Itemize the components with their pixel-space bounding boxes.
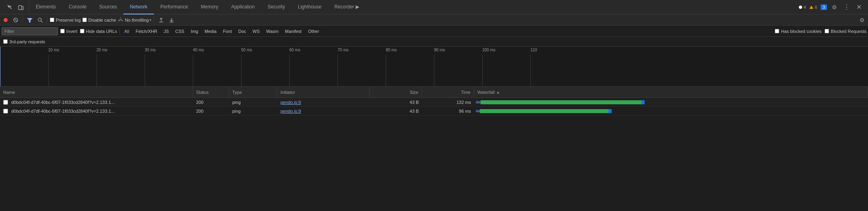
filter-type-img[interactable]: Img xyxy=(189,28,200,34)
timeline-line-9 xyxy=(434,55,434,86)
filter-type-manifest[interactable]: Manifest xyxy=(283,28,304,34)
tab-memory[interactable]: Memory xyxy=(194,0,225,14)
separator-2 xyxy=(47,17,47,23)
warning-badge: 6 xyxy=(809,5,817,10)
download-har-button[interactable] xyxy=(167,16,176,24)
tab-lighthouse[interactable]: Lighthouse xyxy=(291,0,328,14)
record-button[interactable] xyxy=(2,17,10,23)
network-settings-icon xyxy=(860,17,865,23)
settings-icon xyxy=(832,4,837,11)
filter-type-fetch-xhr[interactable]: Fetch/XHR xyxy=(133,28,159,34)
network-timeline: 10 ms 20 ms 30 ms 40 ms 50 ms 60 ms 70 m… xyxy=(0,47,868,87)
search-button[interactable] xyxy=(36,16,45,24)
filter-type-all[interactable]: All xyxy=(122,28,131,34)
timeline-area: 10 ms 20 ms 30 ms 40 ms 50 ms 60 ms 70 m… xyxy=(0,47,868,86)
timeline-line-1 xyxy=(48,55,49,86)
table-header: Name Status Type Initiator Size Time Wat… xyxy=(0,87,868,98)
svg-rect-0 xyxy=(18,6,22,10)
th-status[interactable]: Status xyxy=(193,87,229,97)
waterfall-waiting-1 xyxy=(476,101,481,103)
th-name[interactable]: Name xyxy=(0,87,193,97)
blocked-requests-checkbox[interactable]: Blocked Requests xyxy=(825,29,866,34)
upload-har-button[interactable] xyxy=(157,16,166,24)
tab-application[interactable]: Application xyxy=(225,0,261,14)
waterfall-bar-1 xyxy=(476,100,866,104)
preserve-log-checkbox[interactable]: Preserve log xyxy=(50,18,81,22)
invert-checkbox[interactable]: Invert xyxy=(60,29,78,34)
throttle-dropdown[interactable]: No throttling xyxy=(118,17,151,23)
td-time-1: 132 ms xyxy=(422,98,474,106)
row-2-checkbox[interactable] xyxy=(3,109,8,114)
filter-toggle-button[interactable] xyxy=(25,16,34,24)
inspect-element-button[interactable] xyxy=(5,2,14,12)
tick-50ms: 50 ms xyxy=(241,48,252,52)
th-size[interactable]: Size xyxy=(370,87,422,97)
tick-20ms: 20 ms xyxy=(96,48,107,52)
error-dot-icon xyxy=(799,6,802,9)
error-badge: 4 xyxy=(799,5,806,10)
svg-point-2 xyxy=(4,18,8,22)
clear-button[interactable] xyxy=(11,16,20,24)
hide-data-urls-checkbox[interactable]: Hide data URLs xyxy=(80,29,117,34)
main-tabs: Elements Console Sources Network Perform… xyxy=(29,0,796,14)
tick-40ms: 40 ms xyxy=(193,48,204,52)
tab-recorder[interactable]: Recorder ▶ xyxy=(328,0,366,14)
filter-type-css[interactable]: CSS xyxy=(173,28,186,34)
has-blocked-cookies-checkbox[interactable]: Has blocked cookies xyxy=(775,29,821,34)
filter-type-font[interactable]: Font xyxy=(221,28,234,34)
devtools-controls xyxy=(2,0,29,14)
th-initiator[interactable]: Initiator xyxy=(277,87,370,97)
td-waterfall-2 xyxy=(474,107,868,115)
filter-type-doc[interactable]: Doc xyxy=(236,28,248,34)
more-tools-button[interactable] xyxy=(842,2,852,12)
timeline-line-4 xyxy=(193,55,193,86)
tick-70ms: 70 ms xyxy=(338,48,348,52)
filter-type-other[interactable]: Other xyxy=(306,28,321,34)
tick-60ms: 60 ms xyxy=(289,48,300,52)
filter-separator xyxy=(119,28,120,34)
svg-line-7 xyxy=(41,21,43,22)
svg-marker-5 xyxy=(27,18,33,22)
td-type-1: ping xyxy=(229,98,277,106)
td-name-1: d0bdc04f-d7df-40bc-6f07-1f033cd2840f?v=2… xyxy=(0,98,193,106)
network-settings-button[interactable] xyxy=(858,16,866,24)
tab-performance[interactable]: Performance xyxy=(154,0,194,14)
settings-button[interactable] xyxy=(830,2,839,12)
tab-sources[interactable]: Sources xyxy=(93,0,123,14)
td-time-2: 96 ms xyxy=(422,107,474,115)
timeline-line-7 xyxy=(338,55,338,86)
tab-network[interactable]: Network xyxy=(123,0,154,14)
close-devtools-button[interactable] xyxy=(855,2,863,12)
waterfall-receiving-2 xyxy=(480,109,608,113)
throttle-chevron-icon xyxy=(149,18,151,22)
table-row[interactable]: d0bdc04f-d7df-40bc-6f07-1f033cd2840f?v=2… xyxy=(0,107,868,116)
filter-type-ws[interactable]: WS xyxy=(251,28,262,34)
filter-type-wasm[interactable]: Wasm xyxy=(264,28,280,34)
separator-1 xyxy=(23,17,23,23)
table-row[interactable]: d0bdc04f-d7df-40bc-6f07-1f033cd2840f?v=2… xyxy=(0,98,868,107)
waterfall-waiting-2 xyxy=(476,110,480,112)
tab-console[interactable]: Console xyxy=(62,0,93,14)
tab-security[interactable]: Security xyxy=(261,0,291,14)
timeline-line-8 xyxy=(386,55,386,86)
warning-triangle-icon xyxy=(809,6,813,9)
disable-cache-checkbox[interactable]: Disable cache xyxy=(82,18,116,22)
third-party-checkbox[interactable]: 3rd-party requests xyxy=(3,39,45,44)
filter-input[interactable] xyxy=(2,27,58,35)
th-time[interactable]: Time xyxy=(422,87,474,97)
waterfall-bar-2 xyxy=(476,109,866,113)
row-1-checkbox[interactable] xyxy=(3,100,8,105)
waterfall-receiving-1 xyxy=(481,100,641,104)
svg-line-4 xyxy=(14,18,17,22)
th-waterfall[interactable]: Waterfall ▲ xyxy=(474,87,868,97)
message-badge: 3 xyxy=(821,4,827,10)
tab-elements[interactable]: Elements xyxy=(29,0,62,14)
filter-right-options: Has blocked cookies Blocked Requests xyxy=(775,29,866,34)
filter-bar: Invert Hide data URLs All Fetch/XHR JS C… xyxy=(0,26,868,37)
filter-type-js[interactable]: JS xyxy=(162,28,171,34)
filter-type-media[interactable]: Media xyxy=(203,28,219,34)
td-size-1: 43 B xyxy=(370,98,422,106)
waterfall-end-2 xyxy=(608,109,612,113)
device-toggle-button[interactable] xyxy=(16,2,26,12)
th-type[interactable]: Type xyxy=(229,87,277,97)
